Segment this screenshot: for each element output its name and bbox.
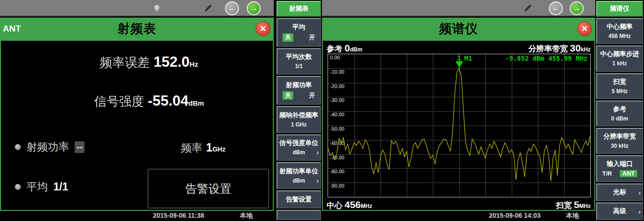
chevron-right-icon: › [316,177,319,184]
menu-rbw[interactable]: 分辨率带宽 30 kHz [596,128,643,154]
menu-spectrum[interactable]: 频谱仪 [596,1,643,17]
signal-level-label: 信号强度 [94,95,144,108]
frequency-error-label: 频率误差 [100,56,150,69]
menu-compensation-freq[interactable]: 频响补偿频率 1 GHz [277,106,321,133]
menu-marker[interactable]: 光标 › [596,183,643,201]
toggle-on[interactable]: 开 [309,33,315,42]
menu-rf-power-toggle[interactable]: 射频功率 关开 [277,76,321,105]
menu-span[interactable]: 扫宽 5 MHz [596,73,643,99]
menu-reference[interactable]: 参考 0 dBm [596,101,643,126]
spectrum-header-row: 参考 0dBm 分辨率带宽 30kHz [327,43,591,54]
rf-meter-content: 频率误差152.0Hz 信号强度-55.04dBm 射频功率 -- 频率1GHz… [0,40,274,211]
bullet-icon [15,144,21,150]
mode-right: 本地 [566,212,579,220]
rf-power-value: -- [75,141,84,153]
reference-readout: 参考 0dBm [327,43,362,54]
menu-average-toggle[interactable]: 平均 关开 [277,18,321,47]
port-option-tr[interactable]: T/R [602,170,612,177]
chevron-right-icon: › [638,207,641,215]
close-icon[interactable]: × [577,21,592,36]
menu-rf-meter[interactable]: 射频表 [277,1,321,17]
rf-meter-panel: ← → ANT 射频表 × 频率误差152.0Hz 信号强度-55.04dBm … [0,0,274,221]
menu-empty [277,210,321,220]
frequency-value: 1 [206,141,213,154]
menu-center-freq-step[interactable]: 中心频率步进 1 kHz [596,45,643,71]
signal-level-value: -55.04 [148,93,188,109]
menu-advanced[interactable]: 高级 › [596,202,643,220]
clock-right: 2015-09-06 14:03 [489,212,541,219]
bulb-icon [153,4,161,13]
average-row: 平均 1/1 [15,180,68,194]
rf-power-row: 射频功率 -- [15,140,84,154]
alarm-settings-button[interactable]: 告警设置 [148,169,269,208]
rf-power-label: 射频功率 [26,140,69,154]
center-freq-readout: 中心 456MHz [327,199,372,211]
frequency-error-reading: 频率误差152.0Hz [13,54,285,71]
rbw-readout: 分辨率带宽 30kHz [528,43,591,54]
toggle-on[interactable]: 开 [309,91,315,100]
forward-button[interactable]: → [247,1,261,15]
toggle-off[interactable]: 关 [283,33,293,42]
close-icon[interactable]: × [256,21,270,36]
rf-meter-menu: 射频表 平均 关开 平均次数 1/1 射频功率 关开 频响补偿频率 1 GHz … [276,0,322,221]
menu-input-port[interactable]: 输入端口 T/RANT [596,155,643,182]
back-button[interactable]: ← [225,1,239,15]
menu-average-count[interactable]: 平均次数 1/1 [277,48,321,75]
toggle-off[interactable]: 关 [283,91,293,100]
frequency-unit: GHz [213,145,225,153]
port-option-ant[interactable]: ANT [620,170,637,177]
page-title: 频谱仪 [439,20,478,37]
spectrum-titlebar: 频谱仪 × [322,18,595,40]
rf-meter-titlebar: ANT 射频表 × [0,18,274,40]
frequency-error-unit: Hz [190,60,198,68]
menu-signal-level-unit[interactable]: 信号强度单位 dBm › [277,134,321,161]
stylus-icon [523,4,532,13]
menu-rf-power-unit[interactable]: 射频功率单位 dBm › [277,162,321,189]
chevron-right-icon: › [638,188,641,196]
clock-left: 2015-09-06 11:38 [153,212,204,219]
span-readout: 扫宽 5MHz [556,199,591,211]
spectrum-plot: 1 M1 -9.852 dBm 455.99 MHz 0.00-10.00-20… [328,54,591,197]
spectrum-content: 参考 0dBm 分辨率带宽 30kHz 1 M1 -9.852 dBm 455.… [322,40,595,211]
mode-left: 本地 [240,212,253,220]
left-statusbar: 2015-09-06 11:38 本地 [0,211,274,221]
spectrum-menu: 频谱仪 中心频率 456 MHz 中心频率步进 1 kHz 扫宽 5 MHz 参… [595,0,644,221]
frequency-label: 频率 [181,142,202,154]
frequency-readout: 频率1GHz [181,141,225,155]
bullet-icon [15,184,21,190]
spectrum-footer-row: 中心 456MHz 扫宽 5MHz [327,199,591,211]
menu-alarm-settings[interactable]: 告警设置 [277,190,321,209]
signal-level-unit: dBm [188,99,204,107]
right-statusbar: 2015-09-06 14:03 本地 [322,211,595,221]
left-topbar: ← → [0,0,274,17]
port-label: ANT [3,24,21,34]
instrument-screen: ← → ANT 射频表 × 频率误差152.0Hz 信号强度-55.04dBm … [0,0,644,221]
forward-button[interactable]: → [570,1,584,15]
back-button[interactable]: ← [549,1,563,15]
right-topbar: ← → [322,0,595,17]
menu-center-frequency[interactable]: 中心频率 456 MHz [596,18,643,44]
chevron-right-icon: › [316,148,319,156]
frequency-error-value: 152.0 [154,54,190,70]
spectrum-panel: ← → 频谱仪 × 参考 0dBm 分辨率带宽 30kHz 1 M1 -9.85… [322,0,595,221]
signal-level-reading: 信号强度-55.04dBm [13,93,285,110]
trace-svg [328,54,590,197]
average-label: 平均 [26,180,48,194]
stylus-icon [203,4,213,13]
average-value: 1/1 [53,181,68,193]
spectrum-trace [328,68,590,181]
page-title: 射频表 [117,20,156,37]
